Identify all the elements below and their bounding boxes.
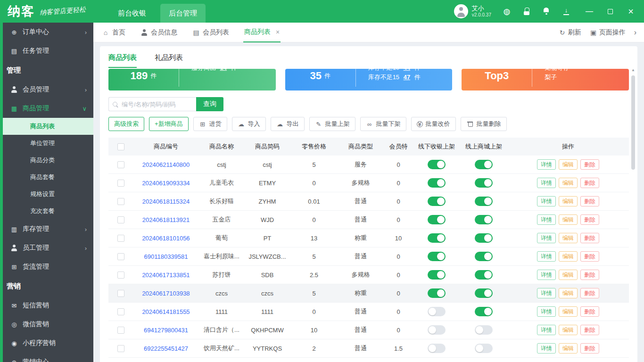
chevron-right-icon[interactable]: › xyxy=(634,28,636,37)
sidebar-item-wechat-marketing[interactable]: ◎微信营销 xyxy=(0,315,93,334)
product-code-link[interactable]: 20240618101056 xyxy=(142,235,190,242)
edit-button[interactable]: 编辑 xyxy=(559,159,578,170)
select-all-checkbox[interactable] xyxy=(117,143,124,150)
row-checkbox[interactable] xyxy=(117,327,124,334)
tab-home[interactable]: ⌂ 首页 xyxy=(101,23,126,42)
offline-cashier-toggle[interactable] xyxy=(428,233,446,243)
product-code-link[interactable]: 20240619093334 xyxy=(142,180,190,187)
online-mall-toggle[interactable] xyxy=(475,252,493,261)
sidebar-item-order-center[interactable]: ⊕订单中心› xyxy=(0,23,93,41)
tab-front-cashier[interactable]: 前台收银 xyxy=(109,4,155,23)
batch-reprice-button[interactable]: ¥ 批量改价 xyxy=(411,117,456,131)
refresh-button[interactable]: ↻ 刷新 xyxy=(559,28,581,37)
product-code-link[interactable]: 6941279800431 xyxy=(144,327,188,334)
batch-delete-button[interactable]: 批量删除 xyxy=(461,117,507,131)
delete-button[interactable]: 删除 xyxy=(580,306,599,317)
edit-button[interactable]: 编辑 xyxy=(559,270,578,280)
product-code-link[interactable]: 20240614181555 xyxy=(142,308,190,315)
sidebar-item-product-management[interactable]: ▦商品管理∨ xyxy=(0,99,93,118)
row-checkbox[interactable] xyxy=(117,216,124,223)
offline-cashier-toggle[interactable] xyxy=(428,215,446,224)
tab-backend-admin[interactable]: 后台管理 xyxy=(160,4,206,23)
sidebar-item-unit-management[interactable]: 单位管理 xyxy=(0,135,93,152)
row-checkbox[interactable] xyxy=(117,253,124,260)
row-checkbox[interactable] xyxy=(117,180,124,187)
export-button[interactable]: ☁ 导出 xyxy=(271,117,305,131)
row-checkbox[interactable] xyxy=(117,308,124,315)
edit-button[interactable]: 编辑 xyxy=(559,178,578,188)
offline-cashier-toggle[interactable] xyxy=(428,288,446,298)
add-product-button[interactable]: +新增商品 xyxy=(149,117,189,131)
online-mall-toggle[interactable] xyxy=(475,344,493,353)
online-mall-toggle[interactable] xyxy=(475,307,493,316)
advanced-search-button[interactable]: 高级搜索 xyxy=(108,117,144,131)
row-checkbox[interactable] xyxy=(117,272,124,279)
delete-button[interactable]: 删除 xyxy=(580,214,599,225)
tab-member-list[interactable]: ▤ 会员列表 xyxy=(191,23,230,42)
sidebar-item-product-package[interactable]: 商品套餐 xyxy=(0,169,93,186)
detail-button[interactable]: 详情 xyxy=(537,233,556,243)
stock-in-button[interactable]: ⊞ 进货 xyxy=(193,117,227,131)
detail-button[interactable]: 详情 xyxy=(537,270,556,280)
detail-button[interactable]: 详情 xyxy=(537,325,556,335)
delete-button[interactable]: 删除 xyxy=(580,196,599,206)
product-code-link[interactable]: 20240618115324 xyxy=(142,198,190,205)
detail-button[interactable]: 详情 xyxy=(537,306,556,317)
offline-cashier-toggle[interactable] xyxy=(428,252,446,261)
page-ops-button[interactable]: ▣ 页面操作 xyxy=(590,28,626,37)
row-checkbox[interactable] xyxy=(117,345,124,352)
user-box[interactable]: 艾小 v2.0.0.37 xyxy=(454,4,491,18)
sidebar-item-logistics-management[interactable]: ⊞货流管理 xyxy=(0,257,93,276)
delete-button[interactable]: 删除 xyxy=(580,343,599,354)
offline-cashier-toggle[interactable] xyxy=(428,160,446,169)
sidebar-item-member-management[interactable]: 会员管理› xyxy=(0,80,93,99)
online-mall-toggle[interactable] xyxy=(475,215,493,224)
row-checkbox[interactable] xyxy=(117,235,124,242)
edit-button[interactable]: 编辑 xyxy=(559,233,578,243)
detail-button[interactable]: 详情 xyxy=(537,343,556,354)
edit-button[interactable]: 编辑 xyxy=(559,288,578,298)
detail-button[interactable]: 详情 xyxy=(537,251,556,262)
sidebar-item-product-category[interactable]: 商品分类 xyxy=(0,152,93,169)
row-checkbox[interactable] xyxy=(117,290,124,297)
sidebar-item-inventory-management[interactable]: ▥库存管理› xyxy=(0,220,93,239)
lock-icon[interactable] xyxy=(522,7,531,16)
offline-cashier-toggle[interactable] xyxy=(428,344,446,353)
online-mall-toggle[interactable] xyxy=(475,325,493,335)
tab-product-list-inner[interactable]: 商品列表 xyxy=(108,53,137,68)
product-code-link[interactable]: 20240617133851 xyxy=(142,272,190,279)
edit-button[interactable]: 编辑 xyxy=(559,325,578,335)
query-button[interactable]: 查询 xyxy=(196,97,223,111)
delete-button[interactable]: 删除 xyxy=(580,325,599,335)
close-button[interactable]: × xyxy=(627,8,635,15)
online-mall-toggle[interactable] xyxy=(475,197,493,206)
delete-button[interactable]: 删除 xyxy=(580,270,599,280)
scrollbar-thumb[interactable] xyxy=(631,75,635,170)
sidebar-item-task-management[interactable]: ▤任务管理 xyxy=(0,41,93,60)
delete-button[interactable]: 删除 xyxy=(580,233,599,243)
batch-off-shelf-button[interactable]: ∞ 批量下架 xyxy=(360,117,406,131)
row-checkbox[interactable] xyxy=(117,198,124,205)
detail-button[interactable]: 详情 xyxy=(537,288,556,298)
delete-button[interactable]: 删除 xyxy=(580,159,599,170)
bell-icon[interactable] xyxy=(542,7,551,16)
maximize-button[interactable] xyxy=(606,8,614,15)
edit-button[interactable]: 编辑 xyxy=(559,214,578,225)
edit-button[interactable]: 编辑 xyxy=(559,196,578,206)
offline-cashier-toggle[interactable] xyxy=(428,270,446,280)
tab-gift-list[interactable]: 礼品列表 xyxy=(155,53,183,68)
detail-button[interactable]: 详情 xyxy=(537,178,556,188)
delete-button[interactable]: 删除 xyxy=(580,251,599,262)
offline-cashier-toggle[interactable] xyxy=(428,307,446,316)
download-icon[interactable] xyxy=(562,7,570,16)
delete-button[interactable]: 删除 xyxy=(580,178,599,188)
row-checkbox[interactable] xyxy=(117,161,124,168)
import-button[interactable]: ☁ 导入 xyxy=(232,117,266,131)
online-mall-toggle[interactable] xyxy=(475,270,493,280)
product-code-link[interactable]: 20240617103938 xyxy=(142,290,190,297)
offline-cashier-toggle[interactable] xyxy=(428,197,446,206)
online-mall-toggle[interactable] xyxy=(475,233,493,243)
online-mall-toggle[interactable] xyxy=(475,178,493,188)
online-mall-toggle[interactable] xyxy=(475,288,493,298)
detail-button[interactable]: 详情 xyxy=(537,196,556,206)
